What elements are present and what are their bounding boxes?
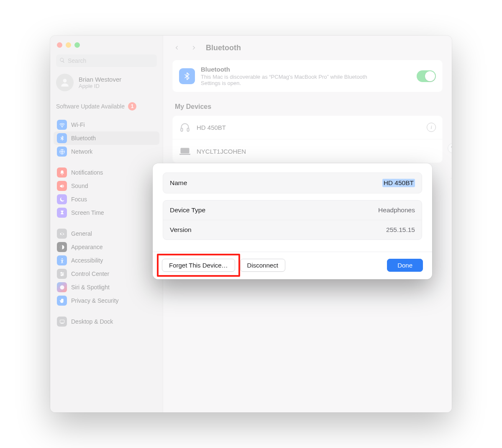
- wifi-icon: [57, 120, 67, 130]
- sidebar-item-label: Accessibility: [71, 257, 103, 264]
- sidebar-item-label: Screen Time: [71, 209, 104, 216]
- device-info-button[interactable]: i: [427, 123, 436, 132]
- modal-type-label: Device Type: [170, 206, 205, 214]
- sidebar-item-desktop-dock[interactable]: Desktop & Dock: [54, 315, 159, 328]
- modal-name-row[interactable]: Name HD 450BT: [163, 173, 422, 193]
- sidebar-item-siri-spotlight[interactable]: Siri & Spotlight: [54, 281, 159, 294]
- svg-rect-15: [187, 128, 189, 131]
- device-name: HD 450BT: [197, 124, 226, 131]
- sidebar-item-label: Appearance: [71, 244, 103, 250]
- my-devices-title: My Devices: [163, 100, 452, 114]
- hourglass-icon: [57, 208, 67, 218]
- sidebar-item-notifications[interactable]: Notifications: [54, 166, 159, 179]
- traffic-lights: [50, 36, 163, 53]
- avatar: [56, 74, 74, 91]
- sidebar-item-general[interactable]: General: [54, 227, 159, 240]
- device-row[interactable]: HD 450BTi: [172, 116, 443, 139]
- sidebar-item-sound[interactable]: Sound: [54, 179, 159, 193]
- forget-device-button[interactable]: Forget This Device…: [162, 259, 235, 272]
- sidebar-item-label: Wi-Fi: [71, 121, 85, 128]
- sidebar: Brian Westover Apple ID Software Update …: [50, 36, 163, 412]
- minimize-window-button[interactable]: [66, 42, 71, 48]
- device-info-modal: Name HD 450BT Device Type Headphones Ver…: [153, 163, 432, 279]
- sliders-icon: [57, 269, 67, 279]
- sidebar-item-wi-fi[interactable]: Wi-Fi: [54, 118, 159, 131]
- svg-rect-16: [181, 148, 190, 153]
- sidebar-item-accessibility[interactable]: Accessibility: [54, 254, 159, 267]
- bluetooth-card-sub: This Mac is discoverable as “PCMag's Mac…: [201, 74, 385, 86]
- account-row[interactable]: Brian Westover Apple ID: [50, 71, 163, 99]
- modal-name-value[interactable]: HD 450BT: [382, 179, 415, 187]
- modal-version-label: Version: [170, 226, 192, 234]
- search-field[interactable]: [56, 54, 157, 67]
- help-button[interactable]: ?: [448, 143, 452, 153]
- dock-icon: [57, 317, 67, 327]
- device-name: NYCLT1JCOHEN: [197, 148, 246, 155]
- done-button[interactable]: Done: [387, 259, 423, 272]
- bluetooth-status-card: Bluetooth This Mac is discoverable as “P…: [172, 60, 443, 92]
- globe-icon: [57, 147, 67, 157]
- sidebar-item-bluetooth[interactable]: Bluetooth: [54, 131, 159, 145]
- sidebar-item-label: Notifications: [71, 169, 103, 176]
- sidebar-item-appearance[interactable]: Appearance: [54, 240, 159, 254]
- sidebar-item-label: Bluetooth: [71, 135, 96, 142]
- sidebar-item-label: Control Center: [71, 270, 109, 277]
- sidebar-item-network[interactable]: Network: [54, 145, 159, 158]
- sidebar-item-label: Network: [71, 148, 92, 155]
- content-header: Bluetooth: [163, 36, 452, 58]
- svg-point-8: [61, 272, 62, 273]
- modal-type-value: Headphones: [378, 206, 415, 214]
- search-icon: [59, 57, 68, 64]
- svg-point-0: [63, 79, 67, 82]
- devices-list: HD 450BTiNYCLT1JCOHEN ?: [172, 116, 443, 163]
- bluetooth-toggle[interactable]: [417, 70, 436, 82]
- update-badge: 1: [128, 102, 136, 111]
- maximize-window-button[interactable]: [74, 42, 80, 48]
- sidebar-item-privacy-security[interactable]: Privacy & Security: [54, 294, 159, 307]
- sidebar-item-label: Focus: [71, 196, 87, 203]
- disconnect-button[interactable]: Disconnect: [240, 259, 285, 272]
- svg-point-4: [61, 258, 63, 259]
- bluetooth-card-title: Bluetooth: [201, 66, 385, 73]
- sidebar-item-label: Desktop & Dock: [71, 318, 113, 325]
- back-button[interactable]: [172, 43, 182, 52]
- modal-type-row: Device Type Headphones: [163, 201, 422, 220]
- svg-rect-14: [181, 128, 182, 131]
- account-name: Brian Westover: [79, 76, 121, 83]
- appearance-icon: [57, 242, 67, 252]
- modal-version-value: 255.15.15: [386, 226, 415, 234]
- account-sub: Apple ID: [79, 83, 121, 89]
- sidebar-item-control-center[interactable]: Control Center: [54, 267, 159, 281]
- moon-icon: [57, 194, 67, 204]
- bluetooth-icon: [57, 133, 67, 143]
- sidebar-item-label: Privacy & Security: [71, 297, 119, 304]
- svg-point-11: [60, 285, 64, 289]
- sidebar-item-label: Sound: [71, 183, 88, 189]
- sidebar-item-focus[interactable]: Focus: [54, 193, 159, 206]
- system-settings-window: Brian Westover Apple ID Software Update …: [50, 36, 452, 412]
- svg-rect-13: [60, 323, 64, 323]
- svg-point-9: [62, 273, 64, 275]
- forward-button[interactable]: [189, 43, 198, 52]
- svg-rect-12: [60, 320, 64, 323]
- gear-icon: [57, 229, 67, 239]
- loading-spinner-icon: [450, 174, 452, 183]
- search-input[interactable]: [68, 57, 154, 64]
- headphones-icon: [179, 121, 191, 133]
- page-title: Bluetooth: [206, 44, 241, 52]
- close-window-button[interactable]: [57, 42, 62, 48]
- software-update-row[interactable]: Software Update Available 1: [50, 99, 163, 116]
- accessibility-icon: [57, 255, 67, 265]
- bell-icon: [57, 167, 67, 178]
- svg-point-1: [61, 126, 62, 127]
- laptop-icon: [179, 145, 191, 157]
- svg-rect-17: [179, 154, 190, 155]
- modal-version-row: Version 255.15.15: [163, 220, 422, 239]
- siri-icon: [57, 282, 67, 292]
- svg-point-10: [61, 275, 62, 276]
- modal-name-label: Name: [170, 179, 187, 187]
- sidebar-item-label: Siri & Spotlight: [71, 284, 110, 291]
- sound-icon: [57, 181, 67, 191]
- device-row[interactable]: NYCLT1JCOHEN: [172, 139, 443, 163]
- sidebar-item-screen-time[interactable]: Screen Time: [54, 206, 159, 219]
